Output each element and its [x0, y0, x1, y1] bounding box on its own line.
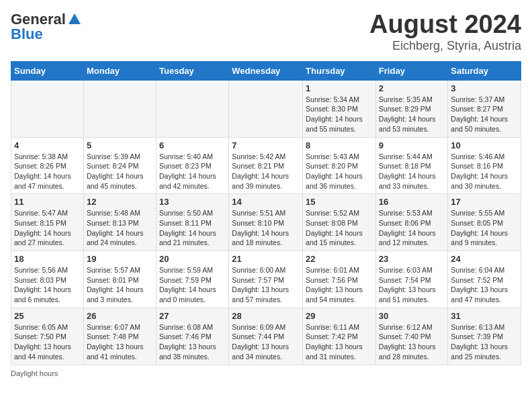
day-info: Sunrise: 5:38 AMSunset: 8:26 PMDaylight:…: [14, 152, 81, 191]
day-cell-14: 14Sunrise: 5:51 AMSunset: 8:10 PMDayligh…: [229, 194, 303, 251]
day-number: 4: [14, 140, 81, 150]
day-number: 17: [451, 197, 518, 207]
day-cell-1: 1Sunrise: 5:34 AMSunset: 8:30 PMDaylight…: [303, 80, 376, 137]
day-info: Sunrise: 5:35 AMSunset: 8:29 PMDaylight:…: [379, 95, 445, 134]
day-header-sunday: Sunday: [11, 61, 84, 80]
day-info: Sunrise: 5:39 AMSunset: 8:24 PMDaylight:…: [87, 152, 153, 191]
day-cell-20: 20Sunrise: 5:59 AMSunset: 7:59 PMDayligh…: [157, 251, 229, 308]
day-info: Sunrise: 5:34 AMSunset: 8:30 PMDaylight:…: [306, 95, 373, 134]
day-number: 25: [14, 311, 81, 321]
day-number: 23: [379, 254, 445, 264]
day-cell-6: 6Sunrise: 5:40 AMSunset: 8:23 PMDaylight…: [157, 137, 229, 194]
day-cell-21: 21Sunrise: 6:00 AMSunset: 7:57 PMDayligh…: [229, 251, 303, 308]
day-cell-2: 2Sunrise: 5:35 AMSunset: 8:29 PMDaylight…: [375, 80, 448, 137]
day-number: 27: [159, 311, 226, 321]
day-number: 14: [232, 197, 300, 207]
day-info: Sunrise: 5:48 AMSunset: 8:13 PMDaylight:…: [87, 208, 153, 248]
title-area: August 2024 Eichberg, Styria, Austria: [369, 11, 521, 53]
day-info: Sunrise: 5:37 AMSunset: 8:27 PMDaylight:…: [451, 95, 518, 134]
day-cell-18: 18Sunrise: 5:56 AMSunset: 8:03 PMDayligh…: [11, 251, 84, 308]
day-info: Sunrise: 5:55 AMSunset: 8:05 PMDaylight:…: [451, 208, 518, 248]
day-info: Sunrise: 5:46 AMSunset: 8:16 PMDaylight:…: [451, 152, 518, 191]
week-row-5: 25Sunrise: 6:05 AMSunset: 7:50 PMDayligh…: [11, 308, 521, 365]
day-cell-11: 11Sunrise: 5:47 AMSunset: 8:15 PMDayligh…: [11, 194, 84, 251]
day-info: Sunrise: 6:11 AMSunset: 7:42 PMDaylight:…: [306, 322, 373, 362]
day-number: 20: [159, 254, 226, 264]
day-cell-16: 16Sunrise: 5:53 AMSunset: 8:06 PMDayligh…: [375, 194, 448, 251]
day-header-saturday: Saturday: [448, 61, 521, 80]
day-number: 24: [451, 254, 518, 264]
week-row-1: 1Sunrise: 5:34 AMSunset: 8:30 PMDaylight…: [11, 80, 521, 137]
day-cell-19: 19Sunrise: 5:57 AMSunset: 8:01 PMDayligh…: [83, 251, 156, 308]
day-header-thursday: Thursday: [303, 61, 376, 80]
day-info: Sunrise: 5:42 AMSunset: 8:21 PMDaylight:…: [232, 152, 300, 191]
day-info: Sunrise: 6:12 AMSunset: 7:40 PMDaylight:…: [379, 322, 445, 362]
day-number: 30: [379, 311, 445, 321]
day-number: 8: [306, 140, 373, 150]
footnote-area: Daylight hours: [11, 369, 521, 377]
day-cell-empty: [83, 80, 156, 137]
day-number: 3: [451, 83, 518, 93]
day-number: 12: [87, 197, 153, 207]
day-cell-17: 17Sunrise: 5:55 AMSunset: 8:05 PMDayligh…: [448, 194, 521, 251]
day-cell-24: 24Sunrise: 6:04 AMSunset: 7:52 PMDayligh…: [448, 251, 521, 308]
day-number: 15: [306, 197, 373, 207]
header: General Blue August 2024 Eichberg, Styri…: [11, 11, 521, 53]
day-info: Sunrise: 5:51 AMSunset: 8:10 PMDaylight:…: [232, 208, 300, 248]
day-info: Sunrise: 5:57 AMSunset: 8:01 PMDaylight:…: [87, 265, 153, 305]
day-header-tuesday: Tuesday: [157, 61, 229, 80]
day-cell-30: 30Sunrise: 6:12 AMSunset: 7:40 PMDayligh…: [375, 308, 448, 365]
day-number: 16: [379, 197, 445, 207]
week-row-2: 4Sunrise: 5:38 AMSunset: 8:26 PMDaylight…: [11, 137, 521, 194]
day-cell-12: 12Sunrise: 5:48 AMSunset: 8:13 PMDayligh…: [83, 194, 156, 251]
day-info: Sunrise: 6:09 AMSunset: 7:44 PMDaylight:…: [232, 322, 300, 362]
day-info: Sunrise: 5:53 AMSunset: 8:06 PMDaylight:…: [379, 208, 445, 248]
day-info: Sunrise: 6:04 AMSunset: 7:52 PMDaylight:…: [451, 265, 518, 305]
day-info: Sunrise: 5:52 AMSunset: 8:08 PMDaylight:…: [306, 208, 373, 248]
calendar-table: SundayMondayTuesdayWednesdayThursdayFrid…: [11, 61, 521, 365]
day-header-monday: Monday: [83, 61, 156, 80]
day-number: 31: [451, 311, 518, 321]
day-number: 28: [232, 311, 300, 321]
day-info: Sunrise: 6:13 AMSunset: 7:39 PMDaylight:…: [451, 322, 518, 362]
day-number: 21: [232, 254, 300, 264]
day-info: Sunrise: 5:47 AMSunset: 8:15 PMDaylight:…: [14, 208, 81, 248]
day-cell-25: 25Sunrise: 6:05 AMSunset: 7:50 PMDayligh…: [11, 308, 84, 365]
day-number: 26: [87, 311, 153, 321]
day-header-wednesday: Wednesday: [229, 61, 303, 80]
svg-marker-0: [69, 13, 81, 24]
logo-icon: [67, 12, 82, 27]
day-number: 2: [379, 83, 445, 93]
day-cell-3: 3Sunrise: 5:37 AMSunset: 8:27 PMDaylight…: [448, 80, 521, 137]
day-number: 18: [14, 254, 81, 264]
day-info: Sunrise: 5:44 AMSunset: 8:18 PMDaylight:…: [379, 152, 445, 191]
day-cell-9: 9Sunrise: 5:44 AMSunset: 8:18 PMDaylight…: [375, 137, 448, 194]
day-cell-5: 5Sunrise: 5:39 AMSunset: 8:24 PMDaylight…: [83, 137, 156, 194]
day-info: Sunrise: 5:56 AMSunset: 8:03 PMDaylight:…: [14, 265, 81, 305]
day-number: 10: [451, 140, 518, 150]
day-info: Sunrise: 6:07 AMSunset: 7:48 PMDaylight:…: [87, 322, 153, 362]
day-info: Sunrise: 6:05 AMSunset: 7:50 PMDaylight:…: [14, 322, 81, 362]
day-cell-31: 31Sunrise: 6:13 AMSunset: 7:39 PMDayligh…: [448, 308, 521, 365]
day-number: 5: [87, 140, 153, 150]
page-title: August 2024: [369, 11, 521, 39]
day-cell-13: 13Sunrise: 5:50 AMSunset: 8:11 PMDayligh…: [157, 194, 229, 251]
logo: General Blue: [11, 11, 82, 43]
week-row-4: 18Sunrise: 5:56 AMSunset: 8:03 PMDayligh…: [11, 251, 521, 308]
logo-blue-text: Blue: [11, 26, 43, 43]
day-number: 19: [87, 254, 153, 264]
day-info: Sunrise: 5:43 AMSunset: 8:20 PMDaylight:…: [306, 152, 373, 191]
day-info: Sunrise: 5:59 AMSunset: 7:59 PMDaylight:…: [159, 265, 226, 305]
day-header-friday: Friday: [375, 61, 448, 80]
day-number: 13: [159, 197, 226, 207]
day-cell-8: 8Sunrise: 5:43 AMSunset: 8:20 PMDaylight…: [303, 137, 376, 194]
day-info: Sunrise: 6:00 AMSunset: 7:57 PMDaylight:…: [232, 265, 300, 305]
day-info: Sunrise: 5:40 AMSunset: 8:23 PMDaylight:…: [159, 152, 226, 191]
day-cell-29: 29Sunrise: 6:11 AMSunset: 7:42 PMDayligh…: [303, 308, 376, 365]
day-number: 11: [14, 197, 81, 207]
header-row: SundayMondayTuesdayWednesdayThursdayFrid…: [11, 61, 521, 80]
day-cell-7: 7Sunrise: 5:42 AMSunset: 8:21 PMDaylight…: [229, 137, 303, 194]
day-cell-empty: [157, 80, 229, 137]
day-cell-28: 28Sunrise: 6:09 AMSunset: 7:44 PMDayligh…: [229, 308, 303, 365]
day-info: Sunrise: 6:08 AMSunset: 7:46 PMDaylight:…: [159, 322, 226, 362]
